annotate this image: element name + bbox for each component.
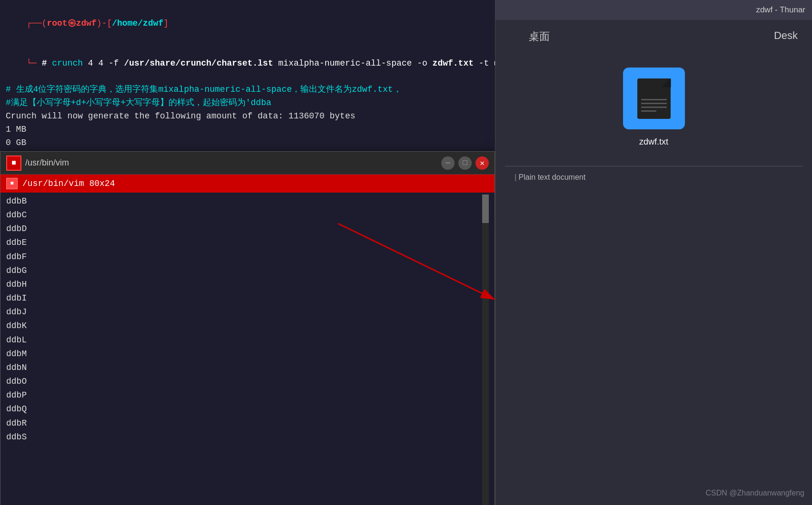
vim-content-line: ddbC	[6, 208, 482, 222]
comment-line-1: # 生成4位字符密码的字典，选用字符集mixalpha-numeric-all-…	[6, 83, 489, 97]
cmd-args: 4 4 -f	[83, 58, 124, 68]
cmd-args2: mixalpha-numeric-all-space -o	[273, 58, 433, 68]
cmd-hash: └─	[26, 58, 37, 68]
vim-content-line: ddbE	[6, 236, 482, 250]
vim-content-area[interactable]: ddbBddbCddbDddbEddbFddbGddbHddbIddbJddbK…	[0, 193, 495, 505]
vim-minimize-button[interactable]: —	[441, 156, 455, 170]
vim-content-line: ddbM	[6, 347, 482, 361]
vim-content-line: ddbP	[6, 388, 482, 402]
thunar-content: 桌面 Desk zdwf.txt | Plain	[495, 20, 812, 192]
vim-content-line: ddbO	[6, 375, 482, 388]
file-icon[interactable]	[623, 68, 685, 129]
comment-line-2: #满足【小写字母+d+小写字母+大写字母】的样式，起始密码为'ddba	[6, 97, 489, 110]
output-line-3: 0 GB	[6, 136, 489, 150]
vim-subtitle-logo-icon: ■	[6, 178, 18, 189]
vim-lines: ddbBddbCddbDddbEddbFddbGddbHddbIddbJddbK…	[6, 194, 482, 505]
vim-scrollbar-thumb[interactable]	[482, 194, 489, 223]
vim-subtitle-bar: ■ /usr/bin/vim 80x24	[0, 175, 495, 193]
prompt-dash2: )-[	[97, 19, 112, 28]
vim-window[interactable]: ■ /usr/bin/vim — □ ✕ ■ /usr/bin/vim 80x2…	[0, 151, 495, 505]
vim-content-line: ddbN	[6, 361, 482, 375]
thunar-title: zdwf - Thunar	[756, 5, 805, 15]
thunar-section-label: 桌面	[529, 29, 550, 44]
vim-content-line: ddbS	[6, 430, 482, 444]
cmd-output: zdwf.txt	[433, 58, 474, 68]
file-type-label: | Plain text document	[515, 173, 585, 181]
vim-close-button[interactable]: ✕	[475, 156, 489, 170]
output-line-1: Crunch will now generate the following a…	[6, 110, 489, 123]
cmd-path: /usr/share/crunch/charset.lst	[124, 58, 273, 68]
minimize-icon: —	[446, 159, 450, 167]
vim-scrollbar[interactable]	[482, 194, 489, 505]
vim-titlebar: ■ /usr/bin/vim — □ ✕	[0, 152, 495, 175]
vim-logo-icon: ■	[6, 155, 21, 171]
cmd-prompt-sym: #	[37, 58, 52, 68]
close-icon: ✕	[480, 158, 485, 168]
output-line-2: 1 MB	[6, 123, 489, 136]
prompt-user: root㉿zdwf	[47, 19, 96, 28]
vim-subtitle-text: /usr/bin/vim 80x24	[22, 179, 115, 188]
maximize-icon: □	[463, 159, 467, 167]
vim-content-line: ddbB	[6, 194, 482, 208]
vim-content-line: ddbK	[6, 319, 482, 333]
prompt-line: ┌──(root㉿zdwf)-[/home/zdwf]	[6, 4, 489, 44]
vim-content-line: ddbL	[6, 333, 482, 347]
vim-content-line: ddbR	[6, 417, 482, 430]
prompt-dash: ┌──(	[26, 19, 47, 28]
cmd-crunch: crunch	[52, 58, 83, 68]
vim-content-line: ddbD	[6, 222, 482, 236]
vim-content-line: ddbH	[6, 278, 482, 291]
vim-content-line: ddbG	[6, 264, 482, 278]
vim-title: /usr/bin/vim	[25, 158, 69, 168]
vim-titlebar-left: ■ /usr/bin/vim	[6, 155, 69, 171]
prompt-path: /home/zdwf	[112, 19, 163, 28]
vim-logo-text: ■	[11, 159, 16, 167]
thunar-panel: zdwf - Thunar 桌面 Desk zdwf.txt	[495, 0, 812, 505]
thunar-section-label-en: Desk	[774, 29, 798, 42]
vim-content-line: ddbI	[6, 291, 482, 305]
vim-controls: — □ ✕	[441, 156, 489, 170]
file-name-label: zdwf.txt	[639, 137, 668, 147]
prompt-bracket: ]	[163, 19, 168, 28]
file-icon-graphic	[637, 78, 671, 119]
csdn-watermark: CSDN @Zhanduanwangfeng	[706, 489, 804, 497]
vim-content-line: ddbQ	[6, 402, 482, 416]
thunar-titlebar: zdwf - Thunar	[495, 0, 812, 20]
vim-content-line: ddbF	[6, 250, 482, 264]
vim-maximize-button[interactable]: □	[458, 156, 472, 170]
command-line: └─ # crunch 4 4 -f /usr/share/crunch/cha…	[6, 44, 489, 84]
file-icon-container[interactable]: zdwf.txt	[623, 68, 685, 147]
vim-content-line: ddbJ	[6, 305, 482, 319]
